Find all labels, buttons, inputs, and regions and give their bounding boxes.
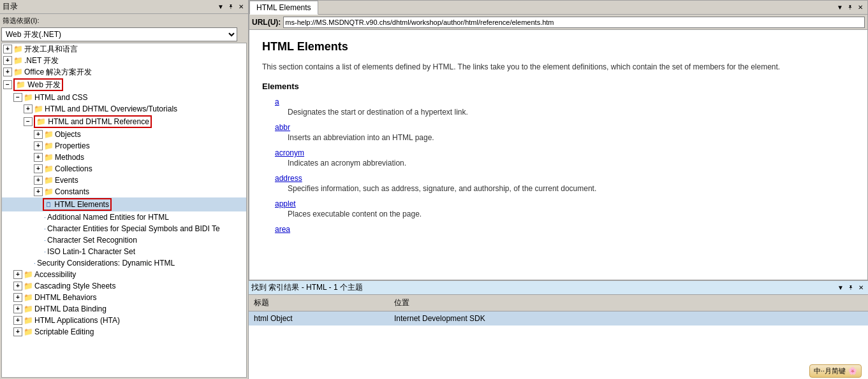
tree-label-char-entities: Character Entities for Special Symbols a… [47,224,220,234]
search-pin-icon[interactable]: ▼ [836,283,845,292]
tree-label-iso-latin: ISO Latin-1 Character Set [47,247,135,257]
dropdown-container: Web 开发(.NET) [0,27,248,43]
result-title: html Object [249,313,389,324]
expand-icon-collections[interactable]: + [34,164,43,173]
col-header-title: 标题 [249,296,389,310]
tree-label-dhtml-behaviors: DHTML Behaviors [34,292,97,303]
expand-icon-accessibility[interactable]: + [13,270,22,279]
url-bar: URL(U): [249,15,867,30]
filter-row: 筛选依据(I): [0,14,248,27]
element-desc-abbr: Inserts an abbreviation into an HTML pag… [275,133,855,142]
tree-label-scriptable: Scriptable Editing [34,327,94,337]
tree-item-security[interactable]: · Security Considerations: Dynamic HTML [2,257,246,269]
tree-label-css: Cascading Style Sheets [34,281,115,291]
expand-icon-html-ref[interactable]: − [24,117,33,126]
element-link-address[interactable]: address [275,174,855,183]
search-result-row[interactable]: html Object Internet Development SDK [249,311,868,325]
tree-label-dev-tools: 开发工具和语言 [24,44,78,54]
tab-label: HTML Elements [256,3,311,12]
ime-flower-icon: 🌸 [848,367,857,375]
element-link-a[interactable]: a [275,97,855,106]
expand-icon-dhtml-behaviors[interactable]: + [13,293,22,302]
expand-icon-objects[interactable]: + [34,130,43,139]
tree-item-char-entities[interactable]: · Character Entities for Special Symbols… [2,223,246,234]
ime-widget[interactable]: 中··月简键 🌸 [809,364,862,378]
content-close-icon[interactable]: ✕ [856,3,865,12]
tree-label-objects: Objects [55,129,81,139]
element-link-acronym[interactable]: acronym [275,148,855,157]
tree-container[interactable]: + 📁 开发工具和语言 + 📁 .NET 开发 + 📁 Office 解决方案开… [1,43,247,378]
element-desc-address: Specifies information, such as address, … [275,184,855,193]
expand-icon-dotnet[interactable]: + [3,56,12,65]
url-label: URL(U): [252,18,281,27]
tree-label-dotnet: .NET 开发 [24,55,59,66]
tree-item-objects[interactable]: + 📁 Objects [2,129,246,140]
tree-item-dotnet[interactable]: + 📁 .NET 开发 [2,55,246,66]
tree-item-web-dev[interactable]: − 📁 Web 开发 [2,78,246,92]
expand-icon-dev-tools[interactable]: + [3,45,12,54]
tree-label-collections: Collections [55,164,92,174]
expand-icon-html-css[interactable]: − [13,93,22,102]
element-link-area[interactable]: area [275,225,855,234]
tree-item-collections[interactable]: + 📁 Collections [2,163,246,175]
ime-bar: 中··月简键 🌸 [809,364,862,378]
search-results-table: 标题 位置 html Object Internet Development S… [249,295,868,379]
pin-icon[interactable]: ▼ [216,3,225,11]
tree-item-events[interactable]: + 📁 Events [2,175,246,186]
expand-icon-events[interactable]: + [34,176,43,185]
tree-item-html-overviews[interactable]: + 📁 HTML and DHTML Overviews/Tutorials [2,103,246,115]
content-pin-button[interactable]: 🖈 [846,3,855,12]
tree-item-html-ref[interactable]: − 📁 HTML and DHTML Reference [2,115,246,129]
tree-item-iso-latin[interactable]: · ISO Latin-1 Character Set [2,246,246,257]
expand-icon-html-apps[interactable]: + [13,316,22,325]
expand-icon-dhtml-data[interactable]: + [13,304,22,313]
page-description: This section contains a list of elements… [262,61,855,73]
tree-item-dhtml-behaviors[interactable]: + 📁 DHTML Behaviors [2,292,246,303]
left-panel: 目录 ▼ 🖈 ✕ 筛选依据(I): Web 开发(.NET) + 📁 开发工具和… [0,0,249,379]
left-title-bar: 目录 ▼ 🖈 ✕ [0,0,248,14]
expand-icon-office[interactable]: + [3,68,12,76]
tree-item-constants[interactable]: + 📁 Constants [2,186,246,197]
toc-title: 目录 [3,1,18,12]
tree-item-named-entities[interactable]: · Additional Named Entities for HTML [2,211,246,223]
ime-label: 中··月简键 [814,366,846,376]
tree-item-accessibility[interactable]: + 📁 Accessibility [2,269,246,280]
filter-label: 筛选依据(I): [3,16,39,25]
tree-item-methods[interactable]: + 📁 Methods [2,152,246,163]
expand-icon-methods[interactable]: + [34,153,43,162]
filter-dropdown[interactable]: Web 开发(.NET) [1,27,237,41]
tree-label-office: Office 解决方案开发 [24,67,92,77]
tree-label-html-css: HTML and CSS [34,92,88,103]
expand-icon-css[interactable]: + [13,282,22,290]
tree-label-html-elements: HTML Elements [54,200,109,209]
expand-icon-properties[interactable]: + [34,141,43,150]
tree-item-html-css[interactable]: − 📁 HTML and CSS [2,92,246,103]
search-pin-button[interactable]: 🖈 [846,283,855,292]
element-link-abbr[interactable]: abbr [275,123,855,132]
tree-item-css[interactable]: + 📁 Cascading Style Sheets [2,280,246,292]
close-icon[interactable]: ✕ [237,3,246,11]
element-link-applet[interactable]: applet [275,199,855,208]
expand-icon-html-overviews[interactable]: + [24,104,33,113]
tree-item-html-apps[interactable]: + 📁 HTML Applications (HTA) [2,315,246,326]
tree-label-html-overviews: HTML and DHTML Overviews/Tutorials [45,104,177,114]
tree-item-html-elements[interactable]: 🗒 HTML Elements [2,197,246,211]
expand-icon-scriptable[interactable]: + [13,327,22,336]
tree-item-dhtml-data[interactable]: + 📁 DHTML Data Binding [2,303,246,315]
tree-label-char-set: Character Set Recognition [47,235,137,245]
tree-item-office[interactable]: + 📁 Office 解决方案开发 [2,66,246,78]
tree-item-scriptable[interactable]: + 📁 Scriptable Editing [2,326,246,338]
search-close-icon[interactable]: ✕ [857,283,865,292]
tab-html-elements[interactable]: HTML Elements [249,1,318,15]
expand-icon-constants[interactable]: + [34,187,43,196]
pin-button[interactable]: 🖈 [226,3,235,11]
search-title: 找到 索引结果 - HTML - 1 个主题 [251,282,363,293]
expand-icon-web-dev[interactable]: − [3,80,12,89]
content-pin-icon[interactable]: ▼ [835,3,844,12]
url-input[interactable] [283,17,865,28]
element-desc-acronym: Indicates an acronym abbreviation. [275,159,855,168]
tree-item-properties[interactable]: + 📁 Properties [2,140,246,152]
search-panel: 找到 索引结果 - HTML - 1 个主题 ▼ 🖈 ✕ 标题 位置 html … [249,280,868,379]
tree-item-char-set[interactable]: · Character Set Recognition [2,234,246,246]
tree-item-dev-tools[interactable]: + 📁 开发工具和语言 [2,43,246,55]
